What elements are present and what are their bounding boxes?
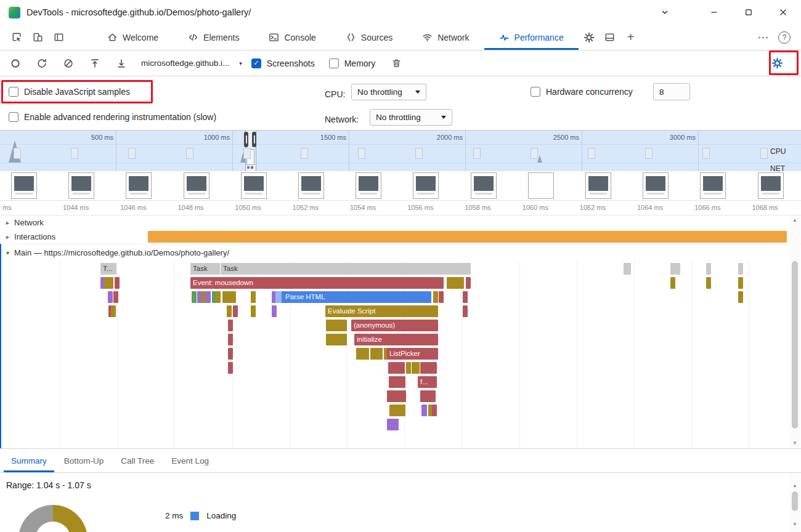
trash-icon[interactable] [386, 53, 407, 74]
flame-bar[interactable] [706, 263, 711, 275]
screenshots-checkbox[interactable]: ✓ Screenshots [251, 58, 315, 68]
flame-bar[interactable] [373, 348, 383, 360]
flame-bar[interactable] [432, 405, 437, 416]
filmstrip-screenshot[interactable] [585, 172, 611, 199]
flame-bar[interactable] [420, 390, 436, 402]
flame-bar[interactable] [626, 263, 631, 275]
capture-settings-gear-icon[interactable] [766, 53, 787, 74]
flame-bar-parse-html[interactable]: Parse HTML [275, 291, 431, 303]
flame-bar[interactable] [272, 305, 277, 317]
flame-bar[interactable] [670, 277, 675, 289]
flame-bar[interactable] [228, 348, 233, 360]
selection-right-handle[interactable] [252, 132, 256, 147]
flame-bar[interactable] [222, 291, 236, 303]
bottom-tab-call-tree[interactable]: Call Tree [113, 449, 161, 472]
flame-bar[interactable] [415, 362, 420, 374]
hardware-concurrency-checkbox[interactable]: Hardware concurrency [531, 87, 633, 97]
flame-bar-evaluate-script[interactable]: Evaluate Script [325, 305, 438, 317]
more-options-icon[interactable]: ⋯ [753, 27, 774, 48]
tab-welcome[interactable]: Welcome [92, 25, 173, 50]
bottom-tab-summary[interactable]: Summary [4, 449, 54, 472]
flame-bar-listpicker[interactable]: ListPicker [387, 348, 438, 360]
filmstrip-screenshot[interactable] [126, 172, 152, 199]
maximize-button[interactable] [739, 3, 758, 22]
flame-bar[interactable] [326, 334, 347, 345]
flame-bar[interactable] [389, 405, 405, 416]
flame-scrollbar[interactable]: ▲ ▼ [789, 216, 800, 448]
flame-bar[interactable] [205, 291, 211, 303]
tab-network[interactable]: Network [407, 25, 484, 50]
flame-bar-task[interactable]: Task [221, 263, 471, 275]
flame-bar[interactable] [406, 362, 411, 374]
summary-scrollbar[interactable]: ▲ ▼ [789, 473, 800, 532]
tab-console[interactable]: Console [254, 25, 330, 50]
scroll-down-icon[interactable]: ▼ [789, 522, 800, 527]
filmstrip-screenshot[interactable] [184, 172, 209, 199]
add-tab-icon[interactable]: + [620, 27, 641, 48]
scroll-up-icon[interactable]: ▲ [789, 483, 800, 488]
cpu-throttling-select[interactable]: No throttling [351, 84, 426, 100]
interactions-bar[interactable] [148, 231, 787, 243]
scroll-up-icon[interactable]: ▲ [789, 217, 800, 223]
save-profile-button[interactable] [111, 53, 132, 74]
advanced-rendering-checkbox[interactable]: Enable advanced rendering instrumentatio… [9, 112, 216, 122]
flame-bar[interactable] [111, 305, 116, 317]
flame-bar[interactable] [738, 263, 743, 275]
flame-bar[interactable] [326, 320, 347, 331]
flame-bar-initialize[interactable]: initialize [354, 334, 438, 345]
flame-bar[interactable] [466, 277, 471, 289]
flame-bar[interactable] [251, 305, 256, 317]
activity-bar-icon[interactable] [48, 27, 69, 48]
settings-gear-icon[interactable] [579, 27, 600, 48]
flame-bar[interactable] [108, 291, 113, 303]
flame-bar[interactable] [227, 305, 232, 317]
flame-bar[interactable] [108, 277, 113, 289]
filmstrip-screenshot[interactable] [11, 172, 37, 199]
scrollbar-thumb[interactable] [792, 261, 798, 429]
flame-bar[interactable] [228, 320, 233, 331]
scroll-down-icon[interactable]: ▼ [789, 440, 800, 446]
disable-js-samples-checkbox[interactable]: Disable JavaScript samples [9, 87, 130, 97]
flame-bar[interactable] [463, 291, 468, 303]
tab-sources[interactable]: Sources [331, 25, 407, 50]
flame-bar[interactable] [439, 291, 444, 303]
flame-bar[interactable] [738, 277, 743, 289]
filmstrip-screenshot[interactable] [241, 172, 267, 199]
filmstrip-screenshot[interactable] [413, 172, 439, 199]
filmstrip-screenshot[interactable] [356, 172, 381, 199]
hardware-concurrency-input[interactable]: 8 [653, 83, 690, 100]
flame-bar[interactable] [113, 291, 118, 303]
flame-bar[interactable] [387, 390, 406, 402]
flame-bar[interactable] [420, 362, 437, 374]
minimize-button[interactable] [705, 3, 723, 22]
selection-left-handle[interactable] [244, 132, 248, 147]
memory-checkbox[interactable]: Memory [329, 58, 376, 68]
filmstrip-screenshot[interactable] [471, 172, 497, 199]
load-profile-button[interactable] [84, 53, 105, 74]
flame-bar-t[interactable]: T... [100, 263, 116, 275]
flame-bar[interactable] [388, 362, 405, 374]
bottom-tab-bottom-up[interactable]: Bottom-Up [57, 449, 112, 472]
dock-layout-icon[interactable] [600, 27, 620, 48]
scrollbar-thumb[interactable] [792, 491, 798, 511]
flame-bar[interactable] [228, 334, 233, 345]
flame-bar[interactable] [706, 277, 711, 289]
flame-bar[interactable] [454, 277, 464, 289]
flame-bar[interactable] [463, 305, 468, 317]
network-track-header[interactable]: ▸ Network [0, 216, 801, 229]
flame-bar[interactable] [192, 291, 197, 303]
filmstrip-screenshot[interactable] [298, 172, 324, 199]
network-throttling-select[interactable]: No throttling [370, 109, 452, 126]
filmstrip-screenshot[interactable] [700, 172, 726, 199]
flame-bar[interactable] [387, 419, 399, 430]
filmstrip-screenshot[interactable] [528, 172, 554, 199]
main-track-header[interactable]: ▾ Main — https://microsoftedge.github.io… [0, 244, 801, 261]
bottom-tab-event-log[interactable]: Event Log [164, 449, 216, 472]
flame-bar[interactable] [738, 291, 743, 303]
flame-bar[interactable] [670, 263, 675, 275]
timeline-overview[interactable]: CPU NET 500 ms1000 ms1500 ms2000 ms2500 … [0, 131, 801, 171]
device-emulation-icon[interactable] [27, 27, 48, 48]
flame-bar[interactable] [233, 305, 238, 317]
record-button[interactable] [5, 53, 26, 74]
tab-performance[interactable]: Performance [484, 25, 579, 50]
